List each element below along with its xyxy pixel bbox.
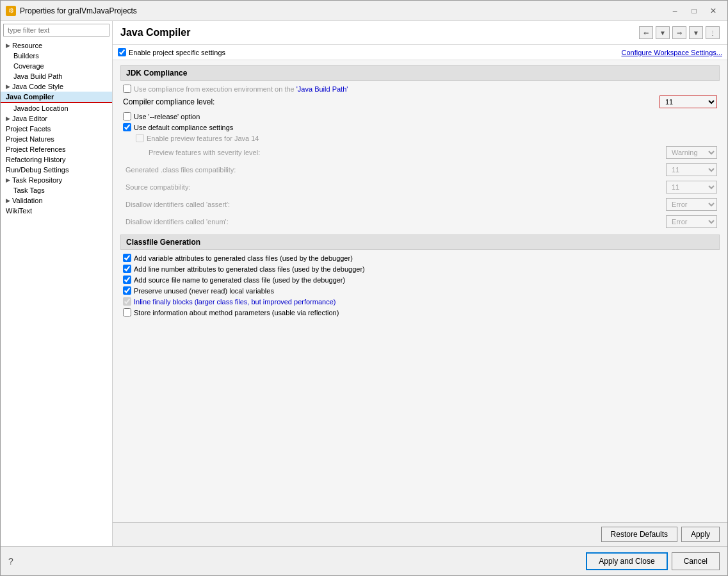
use-compliance-label[interactable]: Use compliance from execution environmen… [123, 85, 348, 93]
sidebar-item-java-compiler[interactable]: Java Compiler [1, 92, 112, 103]
help-icon[interactable]: ? [8, 556, 13, 566]
sidebar-label: Javadoc Location [13, 104, 69, 112]
disallow-assert-label: Disallow identifiers called 'assert': [123, 201, 666, 208]
expand-arrow: ▶ [6, 177, 10, 183]
sidebar-label: Project References [6, 145, 66, 153]
inline-finally-label[interactable]: Inline finally blocks (larger class file… [123, 297, 336, 306]
use-default-text: Use default compliance settings [134, 124, 233, 131]
enable-specific-settings-checkbox[interactable] [118, 48, 126, 56]
sidebar-label: Task Tags [13, 186, 45, 194]
expand-arrow: ▶ [6, 83, 10, 90]
store-info-label[interactable]: Store information about method parameter… [123, 308, 339, 317]
inline-finally-checkbox[interactable] [123, 297, 131, 306]
sidebar-item-task-tags[interactable]: Task Tags [1, 185, 112, 195]
add-source-text: Add source file name to generated class … [134, 276, 345, 284]
footer-buttons: Apply and Close Cancel [586, 552, 720, 570]
sidebar-item-run-debug-settings[interactable]: Run/Debug Settings [1, 165, 112, 175]
add-source-label[interactable]: Add source file name to generated class … [123, 276, 345, 284]
apply-and-close-button[interactable]: Apply and Close [586, 552, 667, 570]
sidebar-item-refactoring-history[interactable]: Refactoring History [1, 154, 112, 165]
apply-button[interactable]: Apply [681, 527, 720, 542]
preserve-unused-label[interactable]: Preserve unused (never read) local varia… [123, 286, 274, 295]
source-compat-select[interactable]: 11 [666, 181, 717, 193]
use-default-label[interactable]: Use default compliance settings [123, 123, 233, 131]
sidebar-item-java-build-path[interactable]: Java Build Path [1, 71, 112, 81]
maximize-button[interactable]: □ [685, 4, 703, 18]
sidebar-label: WikiText [6, 207, 32, 215]
add-variable-row: Add variable attributes to generated cla… [120, 254, 720, 262]
preserve-unused-text: Preserve unused (never read) local varia… [134, 287, 274, 295]
cancel-button[interactable]: Cancel [672, 552, 720, 570]
source-compat-label: Source compatibility: [123, 183, 666, 191]
more-button[interactable]: ⋮ [706, 26, 720, 39]
sidebar-tree: ▶ Resource Builders Coverage Java Build … [1, 39, 112, 546]
sidebar-item-wikitext[interactable]: WikiText [1, 206, 112, 216]
add-source-checkbox[interactable] [123, 276, 131, 284]
preview-severity-label: Preview features with severity level: [123, 149, 666, 156]
sidebar-item-builders[interactable]: Builders [1, 51, 112, 61]
compiler-compliance-label: Compiler compliance level: [123, 97, 659, 106]
store-info-checkbox[interactable] [123, 308, 131, 317]
panel-title: Java Compiler [120, 27, 190, 38]
expand-arrow: ▶ [6, 197, 10, 204]
disallow-enum-select[interactable]: Error Warning Ignore [666, 215, 717, 228]
sidebar-item-java-code-style[interactable]: ▶ Java Code Style [1, 81, 112, 92]
inline-finally-row: Inline finally blocks (larger class file… [120, 297, 720, 306]
enable-preview-label[interactable]: Enable preview features for Java 14 [136, 134, 259, 142]
use-compliance-checkbox[interactable] [123, 85, 131, 93]
sidebar-item-project-references[interactable]: Project References [1, 144, 112, 154]
preview-severity-row: Preview features with severity level: Wa… [120, 145, 720, 160]
filter-input[interactable] [3, 24, 109, 37]
preserve-unused-checkbox[interactable] [123, 286, 131, 295]
forward-menu-button[interactable]: ▼ [689, 26, 703, 39]
disallow-assert-select[interactable]: Error Warning Ignore [666, 198, 717, 211]
forward-button[interactable]: ⇒ [672, 26, 686, 39]
sidebar-item-coverage[interactable]: Coverage [1, 61, 112, 71]
back-button[interactable]: ⇐ [639, 26, 653, 39]
generated-class-row: Generated .class files compatibility: 11 [120, 162, 720, 177]
compiler-compliance-select[interactable]: 8 9 10 11 12 13 14 [659, 95, 717, 108]
add-line-checkbox[interactable] [123, 265, 131, 273]
enable-specific-settings-text: Enable project specific settings [129, 49, 225, 56]
use-release-text: Use '--release' option [134, 113, 200, 120]
configure-workspace-link[interactable]: Configure Workspace Settings... [621, 49, 722, 56]
generated-class-select[interactable]: 11 [666, 163, 717, 176]
java-build-path-link[interactable]: 'Java Build Path' [296, 85, 348, 93]
minimize-button[interactable]: – [666, 4, 684, 18]
add-variable-label[interactable]: Add variable attributes to generated cla… [123, 254, 353, 262]
add-variable-checkbox[interactable] [123, 254, 131, 262]
inline-finally-text: Inline finally blocks (larger class file… [134, 298, 336, 306]
use-compliance-text: Use compliance from execution environmen… [134, 85, 348, 93]
disallow-assert-row: Disallow identifiers called 'assert': Er… [120, 197, 720, 212]
close-button[interactable]: ✕ [704, 4, 722, 18]
classfile-header: Classfile Generation [120, 235, 720, 250]
enable-specific-settings-label[interactable]: Enable project specific settings [118, 48, 225, 56]
sidebar-label: Task Repository [12, 176, 62, 184]
window-title: Properties for graIVmJavaProjects [20, 6, 666, 15]
sidebar-label: Java Editor [12, 115, 47, 122]
add-line-row: Add line number attributes to generated … [120, 265, 720, 273]
sidebar-item-validation[interactable]: ▶ Validation [1, 195, 112, 206]
preview-severity-select[interactable]: Warning Error Info [666, 146, 717, 159]
add-line-label[interactable]: Add line number attributes to generated … [123, 265, 365, 273]
sidebar: ▶ Resource Builders Coverage Java Build … [1, 21, 113, 546]
use-release-row: Use '--release' option [120, 112, 720, 120]
use-release-label[interactable]: Use '--release' option [123, 112, 200, 120]
bottom-bar: Restore Defaults Apply [113, 522, 727, 546]
store-info-row: Store information about method parameter… [120, 308, 720, 317]
restore-defaults-button[interactable]: Restore Defaults [601, 527, 677, 542]
panel-header: Java Compiler ⇐ ▼ ⇒ ▼ ⋮ [113, 21, 727, 45]
compiler-compliance-row: Compiler compliance level: 8 9 10 11 12 … [120, 95, 720, 108]
use-release-checkbox[interactable] [123, 112, 131, 120]
sidebar-item-java-editor[interactable]: ▶ Java Editor [1, 113, 112, 124]
sidebar-item-resource[interactable]: ▶ Resource [1, 40, 112, 51]
sidebar-item-javadoc-location[interactable]: Javadoc Location [1, 103, 112, 113]
use-default-checkbox[interactable] [123, 123, 131, 131]
use-default-row: Use default compliance settings [120, 123, 720, 131]
sidebar-item-project-facets[interactable]: Project Facets [1, 124, 112, 134]
sidebar-item-task-repository[interactable]: ▶ Task Repository [1, 175, 112, 185]
enable-preview-checkbox[interactable] [136, 134, 144, 142]
add-line-text: Add line number attributes to generated … [134, 265, 365, 273]
sidebar-item-project-natures[interactable]: Project Natures [1, 134, 112, 144]
back-menu-button[interactable]: ▼ [656, 26, 670, 39]
